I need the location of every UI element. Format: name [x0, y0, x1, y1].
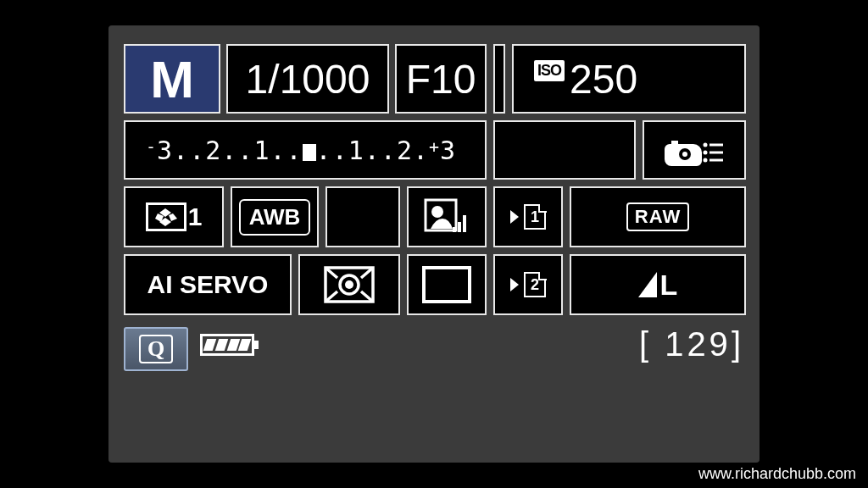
shutter-speed-value: 1/1000 [246, 56, 370, 103]
camera-lcd-screen: M 1/1000 F10 ISO 250 -3..2..1....1..2.+3 [108, 25, 760, 463]
exposure-comp-tile[interactable]: -3..2..1....1..2.+3 [124, 120, 487, 180]
svg-point-4 [704, 158, 708, 163]
exposure-scale: -3..2..1....1..2.+3 [146, 136, 456, 165]
shots-remaining: [ 129] [639, 325, 744, 363]
card-slot-1-tile[interactable]: 1 [493, 186, 563, 247]
iso-tile[interactable]: ISO 250 [512, 44, 746, 114]
blank-tile-1[interactable] [493, 120, 636, 180]
card-slot-2-tile[interactable]: 2 [493, 254, 563, 315]
spacer-tile [493, 44, 505, 114]
raw-label: RAW [626, 202, 689, 231]
awb-label: AWB [239, 199, 311, 236]
af-mode-label: AI SERVO [147, 270, 269, 299]
white-balance-tile[interactable]: AWB [231, 186, 319, 247]
svg-point-13 [431, 206, 443, 218]
svg-point-2 [704, 143, 708, 147]
camera-controls-icon [663, 132, 726, 168]
blank-tile-2[interactable] [326, 186, 400, 247]
battery-icon [200, 334, 254, 356]
mode-dial-tile[interactable]: M [124, 44, 220, 114]
svg-rect-6 [709, 152, 723, 154]
triangle-icon [510, 210, 519, 224]
svg-rect-16 [453, 227, 456, 232]
svg-rect-15 [463, 215, 466, 232]
svg-marker-9 [169, 214, 177, 221]
af-mode-tile[interactable]: AI SERVO [124, 254, 292, 315]
quick-menu-button[interactable]: Q [124, 327, 188, 371]
svg-rect-7 [709, 159, 723, 162]
shutter-speed-tile[interactable]: 1/1000 [226, 44, 389, 114]
picture-style-icon: 1 [146, 202, 203, 231]
auto-lighting-tile[interactable] [407, 186, 487, 247]
single-shot-icon [422, 266, 471, 303]
card-1-indicator: 1 [510, 204, 546, 230]
card-icon: 1 [524, 204, 546, 230]
battery-indicator [200, 334, 254, 356]
picture-style-number: 1 [188, 202, 203, 231]
svg-rect-14 [458, 222, 461, 232]
drive-mode-tile[interactable] [407, 254, 487, 315]
card-icon: 2 [524, 272, 546, 297]
metering-evaluative-icon [323, 265, 376, 304]
jpeg-quality-tile[interactable]: L [570, 254, 746, 315]
jpeg-large-fine-icon: L [638, 269, 678, 302]
card-2-indicator: 2 [510, 272, 546, 297]
q-label: Q [139, 335, 173, 363]
svg-rect-5 [709, 144, 723, 147]
watermark: www.richardchubb.com [698, 465, 856, 483]
svg-point-1 [682, 152, 687, 157]
picture-style-tile[interactable]: 1 [124, 186, 224, 247]
auto-lighting-icon [424, 198, 470, 236]
aperture-tile[interactable]: F10 [395, 44, 487, 114]
triangle-icon [510, 278, 519, 291]
custom-controls-tile[interactable] [643, 120, 746, 180]
metering-mode-tile[interactable] [298, 254, 400, 315]
iso-value: 250 [570, 56, 637, 103]
iso-badge-icon: ISO [534, 60, 565, 81]
raw-quality-tile[interactable]: RAW [570, 186, 746, 247]
aperture-value: F10 [406, 56, 476, 103]
svg-point-19 [345, 280, 353, 289]
svg-point-3 [704, 151, 708, 155]
mode-label: M [150, 49, 194, 109]
